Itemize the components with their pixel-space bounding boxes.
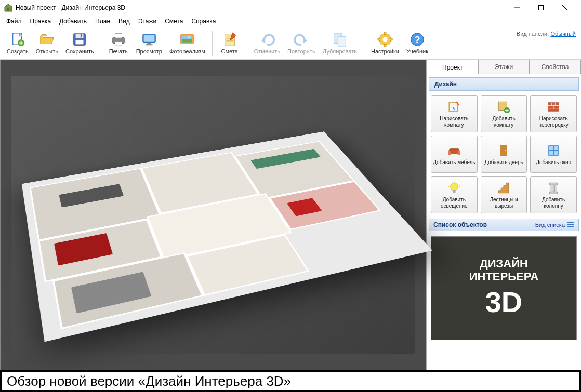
svg-rect-19 (144, 35, 155, 42)
duplicate-icon (332, 31, 348, 48)
svg-rect-39 (390, 38, 392, 40)
panel-mode-link[interactable]: Обычный (550, 31, 576, 37)
section-objects: Список объектов Вид списка (429, 219, 579, 231)
add-window-button[interactable]: Добавить окно (530, 136, 577, 173)
floorplan-scene (11, 76, 415, 354)
stairs-icon (496, 181, 511, 195)
brick-wall-icon (546, 100, 561, 114)
list-icon (567, 221, 574, 228)
draw-partition-button[interactable]: Нарисовать перегородку (530, 95, 577, 132)
svg-point-35 (382, 37, 387, 42)
panel-mode-label: Вид панели: Обычный (517, 31, 576, 37)
video-caption: Обзор новой версии «Дизайн Интерьера 3D» (0, 370, 581, 392)
menu-floors[interactable]: Этажи (134, 17, 161, 26)
redo-button[interactable]: Повторить (284, 30, 319, 56)
svg-point-63 (451, 183, 458, 191)
stairs-cuts-button[interactable]: Лестницы и вырезы (481, 176, 527, 213)
svg-rect-37 (384, 44, 386, 47)
undo-button[interactable]: Отменить (251, 30, 283, 56)
add-lighting-button[interactable]: Добавить освещение (431, 176, 478, 213)
minimize-button[interactable] (505, 0, 529, 16)
svg-rect-20 (147, 43, 151, 45)
lightbulb-icon (447, 181, 461, 195)
objects-list-label: Список объектов (433, 221, 487, 228)
floppy-icon (71, 31, 88, 48)
create-button[interactable]: Создать (4, 30, 32, 56)
redo-icon (293, 31, 310, 48)
svg-rect-16 (115, 42, 122, 46)
add-column-button[interactable]: Добавить колонну (530, 176, 577, 213)
svg-rect-24 (182, 39, 192, 43)
svg-text:?: ? (414, 34, 420, 45)
open-button[interactable]: Открыть (33, 30, 61, 56)
settings-button[interactable]: Настройки (368, 30, 402, 56)
monitor-icon (141, 31, 157, 48)
svg-rect-38 (378, 38, 380, 40)
svg-rect-76 (567, 226, 574, 227)
viewport-3d[interactable] (0, 60, 426, 370)
window-icon (546, 143, 561, 158)
app-icon (4, 4, 12, 12)
draw-room-button[interactable]: Нарисовать комнату (431, 95, 478, 132)
preview-button[interactable]: Просмотр (133, 30, 165, 56)
tab-floors[interactable]: Этажи (479, 60, 530, 74)
svg-rect-15 (115, 34, 122, 38)
tutorial-button[interactable]: ? Учебник (403, 30, 431, 56)
svg-rect-3 (539, 6, 544, 10)
promo-banner: ДИЗАЙНИНТЕРЬЕРА 3D (431, 236, 577, 340)
close-button[interactable] (553, 0, 577, 16)
menu-estimate[interactable]: Смета (161, 17, 187, 26)
maximize-button[interactable] (529, 0, 553, 16)
menu-add[interactable]: Добавить (55, 17, 91, 26)
menu-edit[interactable]: Правка (26, 17, 56, 26)
toolbar-separator (247, 31, 247, 56)
add-room-icon (496, 100, 511, 114)
add-door-button[interactable]: Добавить дверь (481, 136, 527, 173)
printer-icon (110, 31, 127, 48)
folder-open-icon (38, 31, 55, 48)
svg-rect-12 (81, 34, 82, 38)
right-panel: Проект Этажи Свойства Дизайн Нарисовать … (426, 60, 581, 370)
column-icon (546, 181, 561, 195)
toolbar-separator (212, 31, 213, 56)
toolbar: Создать Открыть Сохранить Печать Просмот… (0, 26, 581, 60)
menu-help[interactable]: Справка (187, 17, 220, 26)
tab-properties[interactable]: Свойства (530, 60, 581, 74)
svg-point-17 (122, 38, 123, 40)
svg-rect-74 (567, 222, 574, 223)
svg-marker-31 (303, 37, 308, 43)
render-icon (179, 31, 195, 48)
save-button[interactable]: Сохранить (62, 30, 97, 56)
svg-rect-33 (338, 36, 346, 46)
svg-rect-58 (500, 145, 507, 156)
svg-rect-57 (457, 151, 460, 155)
svg-rect-1 (7, 8, 9, 11)
svg-marker-30 (261, 37, 266, 43)
svg-rect-21 (146, 44, 152, 45)
add-furniture-button[interactable]: Добавить мебель (431, 136, 478, 173)
menu-file[interactable]: Файл (2, 17, 26, 26)
photorealism-button[interactable]: Фотореализм (166, 30, 208, 56)
panel-tabs: Проект Этажи Свойства (427, 60, 581, 74)
svg-rect-56 (448, 151, 451, 155)
svg-rect-11 (76, 34, 84, 38)
tab-project[interactable]: Проект (427, 60, 479, 74)
svg-point-25 (188, 36, 190, 38)
svg-point-59 (505, 150, 506, 151)
print-button[interactable]: Печать (105, 30, 132, 56)
menu-plan[interactable]: План (91, 17, 114, 26)
door-icon (496, 143, 511, 158)
design-tools-grid: Нарисовать комнату Добавить комнату Нари… (427, 93, 581, 215)
section-design: Дизайн (429, 77, 579, 91)
list-view-toggle[interactable]: Вид списка (535, 221, 574, 228)
add-room-button[interactable]: Добавить комнату (481, 95, 527, 132)
toolbar-separator (101, 31, 101, 56)
svg-rect-13 (76, 40, 84, 44)
estimate-button[interactable]: Смета (216, 30, 243, 56)
svg-rect-75 (567, 224, 574, 225)
duplicate-button[interactable]: Дублировать (320, 30, 360, 56)
menu-view[interactable]: Вид (114, 17, 134, 26)
undo-icon (259, 31, 275, 48)
main-area: Проект Этажи Свойства Дизайн Нарисовать … (0, 60, 581, 370)
svg-rect-64 (453, 190, 455, 193)
